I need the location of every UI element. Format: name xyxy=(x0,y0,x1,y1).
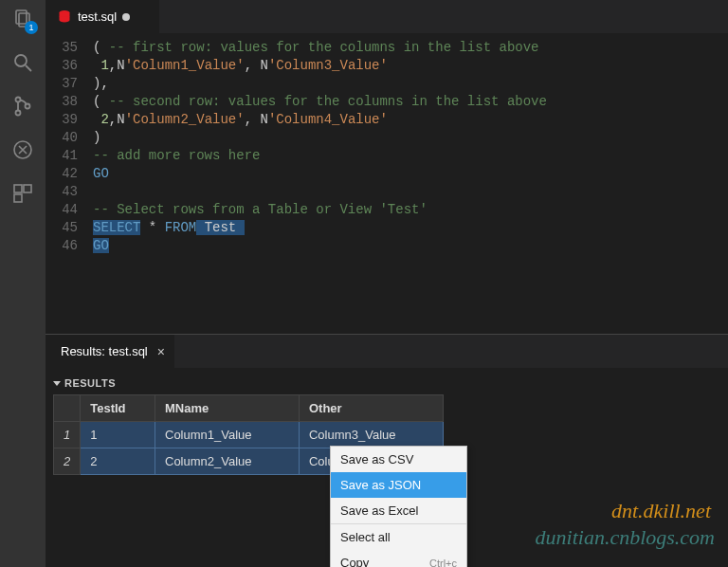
code-line[interactable]: 38( -- second row: values for the column… xyxy=(46,93,728,111)
menu-item-label: Copy xyxy=(340,556,369,567)
menu-item-label: Save as JSON xyxy=(340,478,421,492)
code-line[interactable]: 36 1,N'Column1_Value', N'Column3_Value' xyxy=(46,57,728,75)
line-number: 42 xyxy=(46,165,93,183)
line-number: 45 xyxy=(46,219,93,237)
code-content[interactable]: -- add more rows here xyxy=(93,147,728,165)
code-content[interactable]: 2,N'Column2_Value', N'Column4_Value' xyxy=(93,111,728,129)
line-number: 37 xyxy=(46,75,93,93)
column-header[interactable]: Other xyxy=(299,395,443,422)
code-content[interactable]: ), xyxy=(93,75,728,93)
cell[interactable]: Column1_Value xyxy=(155,422,300,448)
svg-point-2 xyxy=(15,55,27,66)
code-content[interactable]: 1,N'Column1_Value', N'Column3_Value' xyxy=(93,57,728,75)
results-tab[interactable]: Results: test.sql × xyxy=(46,335,174,368)
svg-point-5 xyxy=(16,111,21,116)
cell[interactable]: Column2_Value xyxy=(155,448,300,475)
code-content[interactable]: GO xyxy=(93,165,728,183)
code-editor[interactable]: 35( -- first row: values for the columns… xyxy=(46,33,728,334)
menu-item[interactable]: Save as CSV xyxy=(331,447,466,472)
code-line[interactable]: 37), xyxy=(46,75,728,93)
line-number: 36 xyxy=(46,57,93,75)
code-line[interactable]: 45SELECT * FROM Test xyxy=(46,219,728,237)
line-number: 46 xyxy=(46,237,93,255)
menu-shortcut: Ctrl+c xyxy=(429,558,457,568)
row-number[interactable]: 1 xyxy=(54,422,81,448)
editor-tab-bar: test.sql xyxy=(46,0,728,33)
svg-line-3 xyxy=(26,65,31,71)
line-number: 44 xyxy=(46,201,93,219)
corner-cell[interactable] xyxy=(54,395,81,422)
line-number: 43 xyxy=(46,183,93,201)
extensions-icon[interactable] xyxy=(9,180,36,207)
menu-item-label: Select all xyxy=(340,530,391,544)
code-line[interactable]: 35( -- first row: values for the columns… xyxy=(46,39,728,57)
menu-item[interactable]: Save as Excel xyxy=(331,498,466,523)
cell[interactable]: 2 xyxy=(81,448,155,475)
menu-item[interactable]: CopyCtrl+c xyxy=(331,550,466,567)
line-number: 41 xyxy=(46,147,93,165)
code-content[interactable]: ( -- first row: values for the columns i… xyxy=(93,39,728,57)
line-number: 38 xyxy=(46,93,93,111)
column-header[interactable]: MName xyxy=(155,395,300,422)
svg-rect-8 xyxy=(14,185,22,192)
menu-item[interactable]: Save as JSON xyxy=(331,472,466,498)
code-line[interactable]: 40) xyxy=(46,129,728,147)
cell[interactable]: 1 xyxy=(81,422,155,448)
column-header[interactable]: TestId xyxy=(81,395,155,422)
table-row[interactable]: 11Column1_ValueColumn3_Value xyxy=(54,422,444,448)
editor-tab[interactable]: test.sql xyxy=(46,0,159,33)
source-control-icon[interactable] xyxy=(9,93,36,119)
svg-rect-9 xyxy=(24,185,31,192)
cell[interactable]: Column3_Value xyxy=(299,422,443,448)
svg-point-6 xyxy=(26,104,30,109)
results-tab-label: Results: test.sql xyxy=(61,344,148,358)
code-line[interactable]: 46GO xyxy=(46,237,728,255)
code-line[interactable]: 42GO xyxy=(46,165,728,183)
code-content[interactable]: -- Select rows from a Table or View 'Tes… xyxy=(93,201,728,219)
code-content[interactable] xyxy=(93,183,728,201)
line-number: 40 xyxy=(46,129,93,147)
explorer-badge: 1 xyxy=(25,21,38,34)
code-line[interactable]: 41-- add more rows here xyxy=(46,147,728,165)
code-line[interactable]: 43 xyxy=(46,183,728,201)
code-line[interactable]: 39 2,N'Column2_Value', N'Column4_Value' xyxy=(46,111,728,129)
menu-item-label: Save as CSV xyxy=(340,452,413,466)
row-number[interactable]: 2 xyxy=(54,448,81,475)
line-number: 35 xyxy=(46,39,93,57)
code-content[interactable]: GO xyxy=(93,237,728,255)
svg-point-4 xyxy=(16,98,21,102)
close-icon[interactable]: × xyxy=(154,344,165,359)
context-menu: Save as CSVSave as JSONSave as ExcelSele… xyxy=(330,446,467,567)
results-heading[interactable]: RESULTS xyxy=(53,374,720,394)
svg-rect-0 xyxy=(16,10,27,24)
database-icon xyxy=(57,9,72,25)
code-content[interactable]: ( -- second row: values for the columns … xyxy=(93,93,728,111)
debug-icon[interactable] xyxy=(9,137,36,163)
line-number: 39 xyxy=(46,111,93,129)
menu-item-label: Save as Excel xyxy=(340,503,418,518)
menu-item[interactable]: Select all xyxy=(331,524,466,550)
code-content[interactable]: ) xyxy=(93,129,728,147)
svg-rect-10 xyxy=(14,194,22,202)
code-content[interactable]: SELECT * FROM Test xyxy=(93,219,728,237)
dirty-indicator-icon xyxy=(122,13,130,21)
results-tab-bar: Results: test.sql × xyxy=(46,335,728,368)
code-line[interactable]: 44-- Select rows from a Table or View 'T… xyxy=(46,201,728,219)
activity-bar: 1 xyxy=(0,0,46,567)
tab-filename: test.sql xyxy=(78,9,117,24)
search-icon[interactable] xyxy=(9,49,36,76)
explorer-icon[interactable]: 1 xyxy=(9,6,36,32)
